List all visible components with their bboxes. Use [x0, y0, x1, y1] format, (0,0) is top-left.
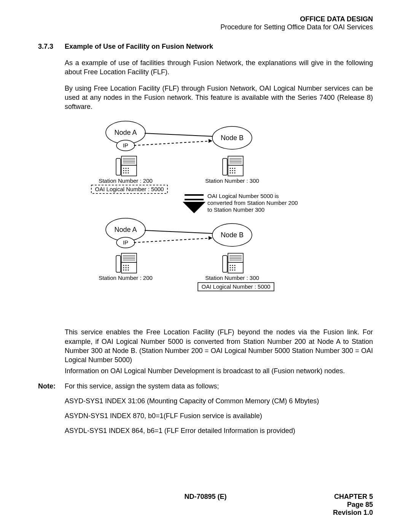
svg-line-45	[145, 230, 212, 233]
svg-point-57	[128, 265, 129, 266]
data-line-3: ASYDL-SYS1 INDEX 864, b6=1 (FLF Error de…	[65, 427, 373, 435]
phone-icon	[223, 156, 243, 176]
svg-marker-47	[209, 236, 212, 240]
paragraph-4: Information on OAI Logical Number Develo…	[65, 366, 373, 375]
svg-marker-41	[183, 202, 206, 213]
convert-line1: OAI Logical Number 5000 is	[207, 193, 279, 199]
paragraph-3: This service enables the Free Location F…	[65, 328, 373, 364]
header-subtitle: Procedure for Setting Office Data for OA…	[38, 23, 373, 31]
section-heading: 3.7.3 Example of Use of Facility on Fusi…	[38, 43, 373, 51]
convert-line3: to Station Number 300	[207, 206, 264, 213]
phone-icon	[116, 156, 137, 176]
svg-point-13	[123, 168, 124, 169]
svg-point-78	[232, 270, 233, 271]
svg-point-79	[234, 270, 236, 271]
svg-point-29	[230, 168, 231, 169]
diagram-ip-top: IP	[123, 142, 128, 149]
svg-rect-22	[223, 158, 227, 175]
phone-icon	[223, 253, 243, 273]
paragraph-1: As a example of use of facilities throug…	[65, 58, 373, 77]
diagram-node-a-top: Node A	[114, 129, 137, 136]
svg-rect-65	[228, 253, 243, 262]
svg-point-33	[232, 170, 233, 171]
svg-line-46	[134, 238, 212, 243]
page-footer: ND-70895 (E) CHAPTER 5 Page 85 Revision …	[38, 493, 373, 517]
data-line-1: ASYD-SYS1 INDEX 31:06 (Mounting Capacity…	[65, 397, 373, 405]
svg-point-72	[232, 265, 233, 266]
station-b-top: Station Number : 300	[205, 177, 259, 184]
svg-marker-5	[209, 139, 212, 143]
svg-point-21	[128, 173, 129, 174]
svg-rect-7	[121, 156, 137, 165]
header-title: OFFICE DATA DESIGN	[38, 15, 373, 23]
diagram: Node A IP Node B	[38, 118, 373, 316]
svg-point-74	[230, 267, 231, 268]
svg-rect-23	[228, 156, 243, 165]
svg-point-19	[123, 173, 124, 174]
note-label: Note:	[38, 382, 65, 390]
svg-rect-6	[116, 158, 121, 175]
svg-point-73	[234, 265, 236, 266]
note-row: Note: For this service, assign the syste…	[38, 382, 373, 390]
svg-rect-48	[116, 256, 121, 272]
footer-revision: Revision 1.0	[333, 509, 373, 517]
section-title: Example of Use of Facility on Fusion Net…	[65, 43, 213, 51]
paragraph-2: By using Free Location Facility (FLF) th…	[65, 84, 373, 112]
svg-rect-49	[121, 253, 137, 262]
page-header: OFFICE DATA DESIGN Procedure for Setting…	[38, 15, 373, 31]
convert-line2: converted from Station Number 200	[207, 200, 298, 206]
svg-point-32	[230, 170, 231, 171]
oai-b-bottom: OAI Logical Number : 5000	[202, 283, 271, 290]
diagram-ip-bottom: IP	[123, 239, 128, 246]
svg-point-18	[128, 170, 129, 171]
station-a-top: Station Number : 200	[99, 177, 153, 184]
svg-point-71	[230, 265, 231, 266]
svg-point-17	[126, 170, 127, 171]
section-number: 3.7.3	[38, 43, 65, 51]
svg-point-76	[234, 267, 236, 268]
svg-point-14	[126, 168, 127, 169]
svg-point-55	[123, 265, 124, 266]
footer-docnum: ND-70895 (E)	[38, 493, 373, 501]
diagram-node-b-bottom: Node B	[221, 231, 244, 239]
diagram-node-a-bottom: Node A	[114, 226, 137, 233]
svg-point-16	[123, 170, 124, 171]
data-line-2: ASYDN-SYS1 INDEX 870, b0=1(FLF Fusion se…	[65, 412, 373, 420]
footer-page: Page 85	[333, 501, 373, 509]
svg-point-75	[232, 267, 233, 268]
svg-point-63	[128, 270, 129, 271]
svg-point-60	[128, 267, 129, 268]
svg-point-15	[128, 168, 129, 169]
svg-point-61	[123, 270, 124, 271]
station-a-bottom: Station Number : 200	[99, 275, 153, 281]
svg-point-34	[234, 170, 236, 171]
svg-point-59	[126, 267, 127, 268]
station-b-bottom: Station Number : 300	[205, 275, 259, 281]
svg-point-37	[234, 173, 236, 174]
diagram-node-b-top: Node B	[221, 134, 244, 142]
svg-line-3	[145, 133, 212, 136]
svg-rect-64	[223, 256, 227, 272]
oai-a-top: OAI Logical Number : 5000	[95, 186, 164, 192]
svg-line-4	[134, 141, 212, 145]
svg-point-58	[123, 267, 124, 268]
svg-point-77	[230, 270, 231, 271]
svg-point-20	[126, 173, 127, 174]
note-text: For this service, assign the system data…	[65, 382, 219, 390]
svg-point-30	[232, 168, 233, 169]
svg-point-62	[126, 270, 127, 271]
phone-icon	[116, 253, 137, 273]
svg-point-31	[234, 168, 236, 169]
svg-point-56	[126, 265, 127, 266]
svg-point-35	[230, 173, 231, 174]
svg-point-36	[232, 173, 233, 174]
down-arrow-icon	[183, 195, 206, 213]
